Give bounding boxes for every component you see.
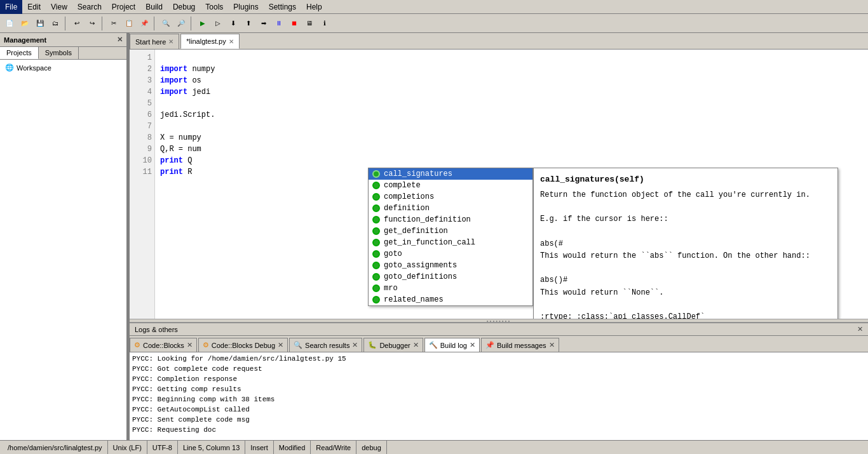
step-out-btn[interactable]: ⬆ <box>241 17 255 30</box>
globe-icon: 🌐 <box>5 63 14 72</box>
logs-content[interactable]: PYCC: Looking for /home/damien/src/linal… <box>130 352 868 440</box>
ac-item-goto-assignments[interactable]: goto_assignments <box>369 260 532 271</box>
menu-project[interactable]: Project <box>107 0 140 14</box>
undo-btn[interactable]: ↩ <box>70 17 84 30</box>
doc-panel: call_signatures(self) Return the functio… <box>533 168 838 319</box>
logs-tabs: ⚙ Code::Blocks ✕ ⚙ Code::Blocks Debug ✕ … <box>130 336 868 352</box>
step-over-btn[interactable]: ➡ <box>257 17 271 30</box>
log-tab-debugger[interactable]: 🐛 Debugger ✕ <box>363 338 423 352</box>
build-log-icon: 🔨 <box>429 341 438 349</box>
run-btn[interactable]: ▶ <box>196 17 210 30</box>
tab-linalgtest-close[interactable]: ✕ <box>229 38 234 45</box>
log-tab-build-messages-close[interactable]: ✕ <box>549 341 555 349</box>
log-tab-search-results[interactable]: 🔍 Search results ✕ <box>289 338 362 352</box>
sidebar-tab-symbols[interactable]: Symbols <box>39 47 79 59</box>
main-layout: Management ✕ Projects Symbols 🌐 Workspac… <box>0 33 868 440</box>
ac-icon-get-in-function-call <box>371 237 381 248</box>
ac-item-complete[interactable]: complete <box>369 180 532 191</box>
info-btn[interactable]: ℹ <box>318 17 332 30</box>
log-tab-debugger-label: Debugger <box>379 342 410 349</box>
log-tab-codeblocks-close[interactable]: ✕ <box>187 341 193 349</box>
log-tab-codeblocks[interactable]: ⚙ Code::Blocks ✕ <box>130 338 197 352</box>
copy-btn[interactable]: 📋 <box>122 17 136 30</box>
cut-btn[interactable]: ✂ <box>107 17 121 30</box>
logs-close-btn[interactable]: ✕ <box>857 325 863 333</box>
menu-plugins[interactable]: Plugins <box>228 0 263 14</box>
ac-label-get-in-function-call: get_in_function_call <box>384 238 475 247</box>
sidebar-tab-projects[interactable]: Projects <box>0 47 39 59</box>
tab-linalgtest[interactable]: *linalgtest.py ✕ <box>180 34 239 49</box>
tab-start-here-label: Start here <box>135 38 166 46</box>
sep1 <box>65 17 67 30</box>
ac-item-goto-definitions[interactable]: goto_definitions <box>369 271 532 283</box>
ac-item-mro[interactable]: mro <box>369 283 532 294</box>
ac-item-get-in-function-call[interactable]: get_in_function_call <box>369 237 532 248</box>
log-tab-build-log-label: Build log <box>440 342 467 349</box>
tab-start-here[interactable]: Start here ✕ <box>130 34 179 49</box>
sep3 <box>154 17 156 30</box>
status-position: Line 5, Column 13 <box>178 441 245 454</box>
menu-help[interactable]: Help <box>301 0 327 14</box>
ac-label-function-definition: function_definition <box>384 215 471 224</box>
code-editor[interactable]: 1 2 3 4 5 6 7 8 9 10 11 import numpy imp… <box>130 50 868 319</box>
sep2 <box>102 17 104 30</box>
status-line-ending: Unix (LF) <box>108 441 147 454</box>
sidebar-content: 🌐 Workspace <box>0 60 126 440</box>
search-results-icon: 🔍 <box>294 341 302 349</box>
ac-icon-goto-definitions <box>371 272 381 282</box>
menu-tools[interactable]: Tools <box>200 0 228 14</box>
log-tab-codeblocks-debug-close[interactable]: ✕ <box>278 341 283 349</box>
status-modified: Modified <box>274 441 311 454</box>
ac-item-get-definition[interactable]: get_definition <box>369 225 532 237</box>
log-tab-build-log[interactable]: 🔨 Build log ✕ <box>424 338 480 352</box>
find-btn[interactable]: 🔍 <box>159 17 173 30</box>
ac-icon-goto <box>371 249 381 259</box>
save-btn[interactable]: 💾 <box>33 17 47 30</box>
ac-label-get-definition: get_definition <box>384 227 448 236</box>
run-to-cursor-btn[interactable]: ▷ <box>211 17 225 30</box>
ac-icon-function-definition <box>371 215 381 225</box>
redo-btn[interactable]: ↪ <box>85 17 99 30</box>
log-tab-build-log-close[interactable]: ✕ <box>470 341 475 349</box>
workspace-item[interactable]: 🌐 Workspace <box>3 62 124 73</box>
doc-description: Return the function object of the call y… <box>540 189 831 319</box>
step-in-btn[interactable]: ⬇ <box>226 17 240 30</box>
sidebar: Management ✕ Projects Symbols 🌐 Workspac… <box>0 33 127 440</box>
new-file-btn[interactable]: 📄 <box>3 17 17 30</box>
doc-example1: E.g. if the cursor is here:: <box>540 213 831 225</box>
cpu-btn[interactable]: 🖥 <box>302 17 316 30</box>
menu-search[interactable]: Search <box>72 0 107 14</box>
menu-build[interactable]: Build <box>140 0 168 14</box>
log-tab-build-messages[interactable]: 📌 Build messages ✕ <box>481 338 559 352</box>
log-line: PYCC: Requesting doc <box>132 425 865 435</box>
ac-icon-related-names <box>371 295 381 305</box>
ac-item-call-signatures[interactable]: call_signatures <box>369 168 532 180</box>
tab-start-here-close[interactable]: ✕ <box>168 38 173 45</box>
status-path: /home/damien/src/linalgtest.py <box>3 441 108 454</box>
find-replace-btn[interactable]: 🔎 <box>174 17 188 30</box>
ac-item-related-names[interactable]: related_names <box>369 294 532 305</box>
ac-item-goto[interactable]: goto <box>369 248 532 260</box>
log-line: PYCC: Completion response <box>132 374 865 384</box>
ac-item-completions[interactable]: completions <box>369 191 532 203</box>
ac-item-function-definition[interactable]: function_definition <box>369 214 532 225</box>
doc-desc-text: Return the function object of the call y… <box>540 189 831 201</box>
sidebar-close-btn[interactable]: ✕ <box>117 36 123 44</box>
log-tab-codeblocks-debug[interactable]: ⚙ Code::Blocks Debug ✕ <box>198 338 288 352</box>
menu-debug[interactable]: Debug <box>168 0 200 14</box>
ac-item-definition[interactable]: definition <box>369 203 532 214</box>
menu-file[interactable]: File <box>0 0 22 14</box>
log-tab-debugger-close[interactable]: ✕ <box>413 341 419 349</box>
paste-btn[interactable]: 📌 <box>137 17 151 30</box>
open-file-btn[interactable]: 📂 <box>18 17 32 30</box>
menu-edit[interactable]: Edit <box>22 0 46 14</box>
save-all-btn[interactable]: 🗂 <box>48 17 62 30</box>
menu-view[interactable]: View <box>46 0 72 14</box>
doc-title: call_signatures(self) <box>540 175 831 184</box>
log-tab-build-messages-label: Build messages <box>497 342 546 349</box>
break-btn[interactable]: ⏸ <box>272 17 286 30</box>
stop-btn[interactable]: ⏹ <box>287 17 301 30</box>
menu-settings[interactable]: Settings <box>264 0 301 14</box>
ac-icon-get-definition <box>371 226 381 236</box>
log-tab-search-results-close[interactable]: ✕ <box>352 341 358 349</box>
